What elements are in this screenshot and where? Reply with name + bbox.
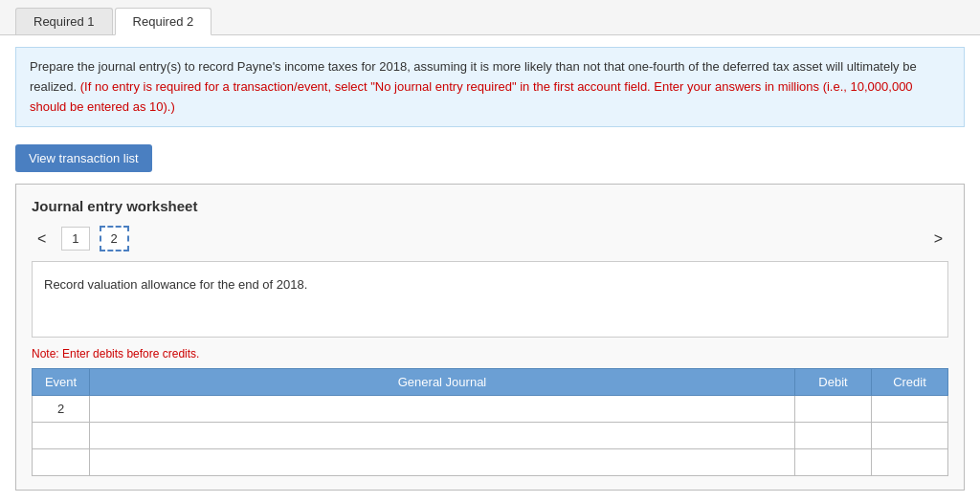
row3-credit-input[interactable] <box>872 449 947 475</box>
description-text: Record valuation allowance for the end o… <box>44 277 307 292</box>
row1-journal-cell[interactable] <box>90 396 795 423</box>
next-arrow[interactable]: > <box>928 229 948 250</box>
row2-journal-input[interactable] <box>90 423 794 448</box>
row1-debit-cell[interactable] <box>795 396 872 423</box>
table-row: 2 <box>33 396 948 423</box>
page-1-button[interactable]: 1 <box>61 227 89 251</box>
row1-event: 2 <box>33 396 90 423</box>
instructions-red-text: (If no entry is required for a transacti… <box>30 79 913 114</box>
table-row <box>33 423 948 449</box>
row3-event <box>33 449 90 476</box>
row1-credit-input[interactable] <box>872 396 947 422</box>
worksheet-container: Journal entry worksheet < 1 2 > Record v… <box>15 184 965 491</box>
instructions-box: Prepare the journal entry(s) to record P… <box>15 47 965 127</box>
page-2-button[interactable]: 2 <box>100 226 129 251</box>
row2-debit-input[interactable] <box>795 423 871 448</box>
table-row <box>33 449 948 476</box>
nav-row: < 1 2 > <box>32 226 948 251</box>
tab-required1[interactable]: Required 1 <box>15 8 113 34</box>
page-container: Required 1 Required 2 Prepare the journa… <box>0 0 980 502</box>
header-event: Event <box>33 369 90 396</box>
row3-debit-input[interactable] <box>795 449 871 475</box>
row3-journal-cell[interactable] <box>90 449 795 476</box>
row2-credit-input[interactable] <box>872 423 947 448</box>
row2-debit-cell[interactable] <box>795 423 872 449</box>
worksheet-title: Journal entry worksheet <box>32 198 948 214</box>
tab-required2[interactable]: Required 2 <box>115 8 212 35</box>
row3-debit-cell[interactable] <box>795 449 872 476</box>
row3-credit-cell[interactable] <box>872 449 948 476</box>
header-credit: Credit <box>872 369 948 396</box>
row2-event <box>33 423 90 449</box>
row2-journal-cell[interactable] <box>90 423 795 449</box>
header-journal: General Journal <box>90 369 795 396</box>
view-transaction-button[interactable]: View transaction list <box>15 144 152 172</box>
tabs-bar: Required 1 Required 2 <box>0 0 980 35</box>
prev-arrow[interactable]: < <box>32 229 52 250</box>
row1-journal-input[interactable] <box>90 396 794 422</box>
header-debit: Debit <box>795 369 872 396</box>
note-text: Note: Enter debits before credits. <box>32 347 948 360</box>
row1-debit-input[interactable] <box>795 396 871 422</box>
table-header-row: Event General Journal Debit Credit <box>33 369 948 396</box>
description-box: Record valuation allowance for the end o… <box>32 261 948 338</box>
row2-credit-cell[interactable] <box>872 423 948 449</box>
row1-credit-cell[interactable] <box>872 396 948 423</box>
row3-journal-input[interactable] <box>90 449 794 475</box>
journal-table: Event General Journal Debit Credit 2 <box>32 368 948 476</box>
